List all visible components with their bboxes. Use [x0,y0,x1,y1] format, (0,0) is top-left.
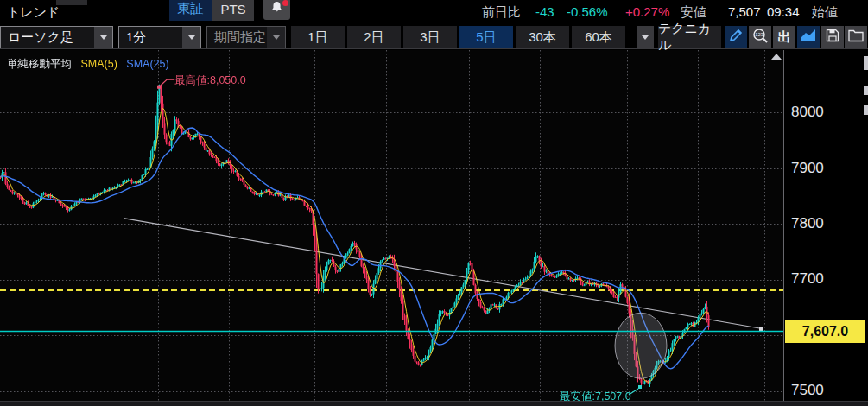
high-price-annotation: 最高値:8,050.0 [174,73,246,88]
legend-sma25: SMA(25) [126,58,168,70]
indicator-legend: 単純移動平均 SMA(5) SMA(25) [7,57,169,72]
volume-kanji-icon: 出 [778,29,791,46]
open-label: 始値 [812,4,838,21]
range-button-2day[interactable]: 2日 [347,26,401,48]
range-button-30bars[interactable]: 30本 [516,26,569,48]
chevron-down-icon [182,27,200,48]
window-edge-fragment [864,56,868,70]
chart-area[interactable]: 単純移動平均 SMA(5) SMA(25) 最高値:8,050.0 最安値:7,… [0,50,783,406]
chevron-down-icon [267,27,285,48]
chart-toolbar: ローソク足 1分 期間指定 1日 2日 3日 5日 30本 60本 テクニカル … [0,24,868,49]
folder-icon [848,29,864,46]
axis-tick-7700: 7700 [791,270,824,288]
current-price-tag: 7,607.0 [785,320,865,343]
candlestick-chart-canvas[interactable] [0,50,783,406]
notification-badge [282,0,288,6]
draw-tool-button[interactable] [725,26,747,48]
low-label: 安値 [681,4,706,21]
window-edge-fragment [864,86,868,95]
volume-button[interactable]: 出 [773,26,795,48]
axis-tick-7500: 7500 [791,382,824,399]
chart-type-value: ローソク足 [1,29,94,46]
interval-select[interactable]: 1分 [118,26,201,48]
prev-diff-percent: -0.56% [567,4,608,19]
technical-button[interactable]: テクニカル [658,26,721,48]
scroll-up-arrow[interactable] [771,54,782,60]
pencil-icon [729,29,743,46]
range-more-button[interactable] [637,26,654,48]
axis-tick-7900: 7900 [791,160,824,177]
svg-text:123: 123 [755,32,763,37]
time-axis-strip [0,401,868,406]
market-tab-tosho[interactable]: 東証 [169,0,212,21]
price-axis[interactable]: 8000 7900 7800 7700 7600 7500 7,607.0 [783,50,868,406]
low-price-value: 7,507 [728,4,761,19]
axis-tick-7800: 7800 [791,215,824,232]
range-button-3day[interactable]: 3日 [403,26,457,48]
code-search-button[interactable]: 123 [749,26,771,48]
period-select[interactable]: 期間指定 [206,26,286,48]
cropped-ui-fragment [56,0,87,5]
low-time-value: 09:34 [767,4,800,19]
load-settings-button[interactable] [845,26,867,48]
legend-title: 単純移動平均 [7,58,72,70]
range-button-1day[interactable]: 1日 [291,26,345,48]
trading-chart-window: トレンド 東証 PTS 前日比 -43 -0.56% +0.27% 安値 7,5… [0,0,868,406]
top-bar: トレンド 東証 PTS 前日比 -43 -0.56% +0.27% 安値 7,5… [0,0,868,24]
save-settings-button[interactable] [821,26,844,48]
market-tab-pts[interactable]: PTS [212,0,254,21]
area-chart-icon [801,29,816,46]
window-edge-fragment [864,105,868,115]
bell-icon [270,0,283,17]
magnifier-123-icon: 123 [752,28,769,48]
range-button-5day[interactable]: 5日 [459,26,513,48]
interval-value: 1分 [119,29,182,46]
period-value: 期間指定 [207,29,267,46]
prev-diff-label: 前日比 [482,4,521,21]
chart-type-select[interactable]: ローソク足 [0,26,113,48]
prev-diff-value: -43 [535,4,554,19]
range-button-60bars[interactable]: 60本 [572,26,625,48]
chevron-down-icon [94,27,112,48]
chart-style-button[interactable] [797,26,820,48]
axis-tick-8000: 8000 [791,104,824,121]
chevron-down-icon [642,35,649,40]
page-title: トレンド [7,4,60,21]
floppy-disk-icon [826,29,839,46]
legend-sma5: SMA(5) [80,58,117,70]
secondary-percent: +0.27% [625,4,669,19]
